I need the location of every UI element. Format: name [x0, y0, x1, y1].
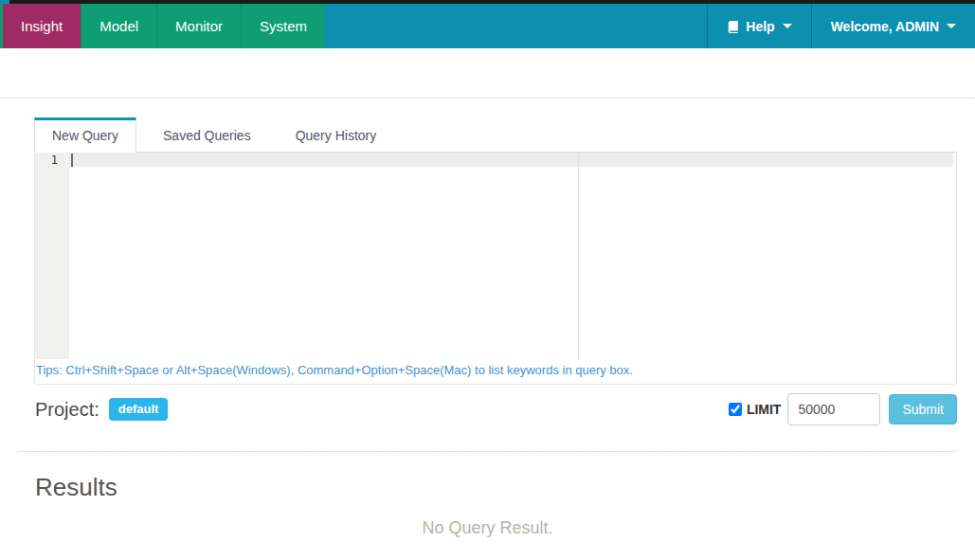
project-badge[interactable]: default	[109, 398, 169, 421]
line-number: 1	[35, 153, 69, 167]
editor-cursor	[71, 154, 73, 167]
help-menu[interactable]: Help	[707, 4, 810, 48]
tab-saved-queries[interactable]: Saved Queries	[145, 117, 269, 153]
limit-input[interactable]	[787, 393, 880, 425]
caret-down-icon	[783, 24, 792, 28]
user-menu[interactable]: Welcome, ADMIN	[811, 4, 975, 48]
book-icon	[727, 20, 740, 33]
sql-editor[interactable]: 1	[35, 153, 956, 359]
nav-item-model[interactable]: Model	[81, 4, 156, 48]
caret-down-icon	[947, 24, 956, 28]
no-result-message: No Query Result.	[0, 518, 975, 538]
nav-item-monitor[interactable]: Monitor	[156, 4, 241, 48]
query-panel: 1 Tips: Ctrl+Shift+Space or Alt+Space(Wi…	[34, 153, 957, 385]
results-divider	[19, 451, 957, 452]
top-navbar: Insight Model Monitor System Help Welcom…	[0, 0, 975, 48]
insight-page: New Query Saved Queries Query History 1 …	[0, 117, 975, 538]
navbar-right: Help Welcome, ADMIN	[707, 4, 975, 48]
query-controls-row: Project: default LIMIT Submit	[35, 393, 957, 425]
project-group: Project: default	[35, 398, 168, 421]
limit-checkbox[interactable]	[729, 403, 742, 416]
tab-new-query[interactable]: New Query	[34, 117, 136, 153]
nav-item-insight[interactable]: Insight	[3, 4, 81, 48]
tab-query-history[interactable]: Query History	[278, 117, 395, 153]
submit-button[interactable]: Submit	[889, 394, 957, 425]
limit-group: LIMIT Submit	[729, 393, 957, 425]
editor-print-margin	[578, 153, 579, 359]
editor-tips: Tips: Ctrl+Shift+Space or Alt+Space(Wind…	[35, 359, 956, 384]
window-top-edge	[9, 0, 975, 4]
nav-item-system[interactable]: System	[241, 4, 325, 48]
limit-label: LIMIT	[747, 402, 782, 417]
editor-active-line	[35, 153, 953, 167]
project-label: Project:	[35, 399, 99, 421]
welcome-label: Welcome, ADMIN	[831, 19, 939, 34]
help-label: Help	[746, 19, 774, 34]
main-nav: Insight Model Monitor System	[0, 4, 325, 48]
editor-gutter: 1	[35, 153, 69, 359]
results-heading: Results	[35, 473, 975, 502]
query-tabs: New Query Saved Queries Query History	[34, 117, 957, 153]
section-divider	[0, 98, 975, 99]
